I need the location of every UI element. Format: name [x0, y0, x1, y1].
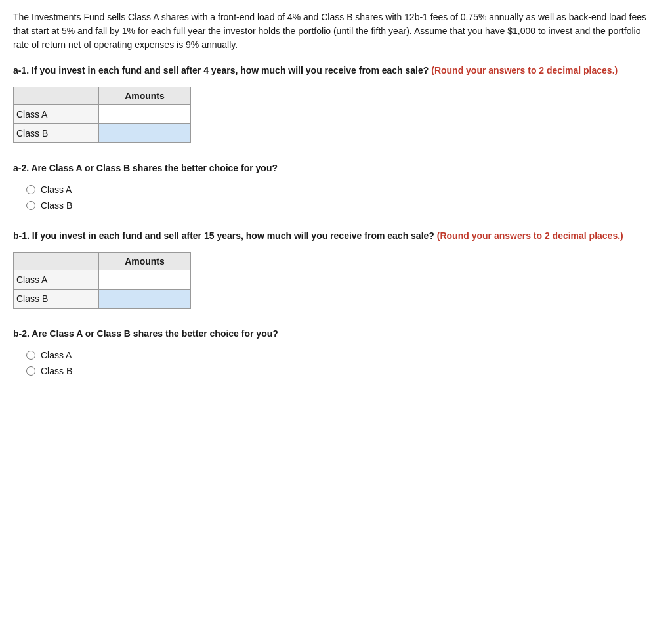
b1-class-a-label: Class A [14, 270, 99, 290]
b2-question-label: b-2. Are Class A or Class B shares the b… [13, 327, 659, 341]
a2-option-b[interactable]: Class B [26, 200, 659, 211]
b1-class-b-label: Class B [14, 290, 99, 309]
b1-class-a-row: Class A [14, 270, 191, 290]
b1-label: b-1. [13, 230, 30, 241]
a1-label: a-1. [13, 65, 29, 75]
a1-class-b-row: Class B [14, 124, 191, 143]
a1-highlight-text: (Round your answers to 2 decimal places.… [431, 65, 618, 75]
b1-block: b-1. If you invest in each fund and sell… [13, 229, 659, 309]
a1-question: If you invest in each fund and sell afte… [32, 65, 429, 75]
b2-option-b[interactable]: Class B [26, 366, 659, 376]
b1-table-amounts-header: Amounts [99, 253, 191, 270]
b1-class-a-input-cell [99, 270, 191, 290]
a2-question-label: a-2. Are Class A or Class B shares the b… [13, 162, 659, 175]
b2-radio-class-b[interactable] [26, 366, 35, 376]
b2-radio-class-b-label: Class B [41, 366, 72, 376]
a1-class-b-input-cell [99, 124, 191, 143]
a1-class-b-input[interactable] [99, 124, 190, 142]
b2-question: Are Class A or Class B shares the better… [32, 328, 278, 339]
b2-block: b-2. Are Class A or Class B shares the b… [13, 327, 659, 376]
a2-block: a-2. Are Class A or Class B shares the b… [13, 162, 659, 211]
a1-question-label: a-1. If you invest in each fund and sell… [13, 64, 659, 77]
a1-class-b-label: Class B [14, 124, 99, 143]
b1-table: Amounts Class A Class B [13, 252, 191, 309]
b1-question: If you invest in each fund and sell afte… [32, 230, 434, 241]
b2-radio-class-a-label: Class A [41, 350, 72, 360]
a1-class-a-input-cell [99, 105, 191, 124]
b1-class-a-input[interactable] [99, 270, 190, 289]
b1-class-b-input-cell [99, 290, 191, 309]
b1-class-b-input[interactable] [99, 290, 190, 308]
a2-label: a-2. [13, 163, 29, 173]
a1-class-a-input[interactable] [99, 105, 190, 123]
b1-class-b-row: Class B [14, 290, 191, 309]
intro-paragraph: The Investments Fund sells Class A share… [13, 11, 659, 52]
a1-table: Amounts Class A Class B [13, 87, 191, 143]
a1-class-a-label: Class A [14, 105, 99, 124]
a1-class-a-row: Class A [14, 105, 191, 124]
b1-table-empty-header [14, 253, 99, 270]
b2-label: b-2. [13, 328, 30, 339]
b1-question-label: b-1. If you invest in each fund and sell… [13, 229, 659, 243]
a2-radio-class-a-label: Class A [41, 184, 72, 195]
a2-radio-class-b[interactable] [26, 201, 35, 210]
a1-table-amounts-header: Amounts [99, 87, 191, 105]
a2-option-a[interactable]: Class A [26, 184, 659, 195]
a2-question: Are Class A or Class B shares the better… [32, 163, 278, 173]
b2-radio-class-a[interactable] [26, 351, 35, 360]
a2-radio-class-a[interactable] [26, 185, 35, 194]
a1-block: a-1. If you invest in each fund and sell… [13, 64, 659, 143]
b2-radio-group: Class A Class B [26, 350, 659, 376]
b2-option-a[interactable]: Class A [26, 350, 659, 360]
a1-table-empty-header [14, 87, 99, 105]
a2-radio-class-b-label: Class B [41, 200, 72, 211]
a2-radio-group: Class A Class B [26, 184, 659, 211]
b1-highlight-text: (Round your answers to 2 decimal places.… [437, 230, 623, 241]
